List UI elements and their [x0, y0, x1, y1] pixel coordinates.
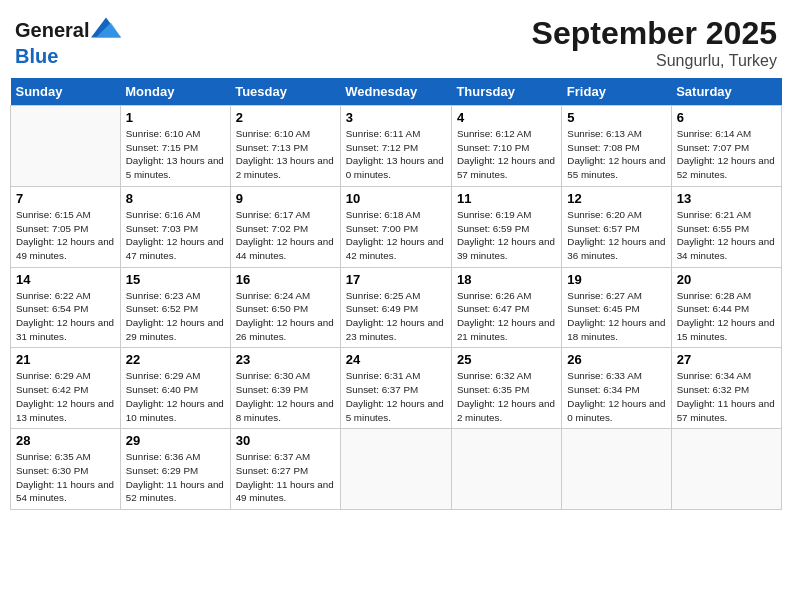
calendar-day-cell: 20Sunrise: 6:28 AMSunset: 6:44 PMDayligh… — [671, 267, 781, 348]
day-info: Sunrise: 6:16 AMSunset: 7:03 PMDaylight:… — [126, 208, 225, 263]
day-info: Sunrise: 6:32 AMSunset: 6:35 PMDaylight:… — [457, 369, 556, 424]
day-number: 2 — [236, 110, 335, 125]
calendar-day-cell: 4Sunrise: 6:12 AMSunset: 7:10 PMDaylight… — [451, 106, 561, 187]
calendar-day-cell — [671, 429, 781, 510]
calendar-day-cell: 12Sunrise: 6:20 AMSunset: 6:57 PMDayligh… — [562, 186, 671, 267]
logo: General Blue — [15, 15, 121, 67]
day-number: 4 — [457, 110, 556, 125]
calendar-day-cell — [340, 429, 451, 510]
day-number: 29 — [126, 433, 225, 448]
day-info: Sunrise: 6:33 AMSunset: 6:34 PMDaylight:… — [567, 369, 665, 424]
day-number: 17 — [346, 272, 446, 287]
day-number: 28 — [16, 433, 115, 448]
header: General Blue September 2025 Sungurlu, Tu… — [10, 10, 782, 70]
calendar-day-cell: 28Sunrise: 6:35 AMSunset: 6:30 PMDayligh… — [11, 429, 121, 510]
day-info: Sunrise: 6:22 AMSunset: 6:54 PMDaylight:… — [16, 289, 115, 344]
day-number: 5 — [567, 110, 665, 125]
day-number: 25 — [457, 352, 556, 367]
day-number: 7 — [16, 191, 115, 206]
day-of-week-header: Monday — [120, 78, 230, 106]
calendar-day-cell: 19Sunrise: 6:27 AMSunset: 6:45 PMDayligh… — [562, 267, 671, 348]
calendar-table: SundayMondayTuesdayWednesdayThursdayFrid… — [10, 78, 782, 510]
main-title: September 2025 — [532, 15, 777, 52]
day-number: 20 — [677, 272, 776, 287]
calendar-day-cell: 10Sunrise: 6:18 AMSunset: 7:00 PMDayligh… — [340, 186, 451, 267]
calendar-day-cell: 24Sunrise: 6:31 AMSunset: 6:37 PMDayligh… — [340, 348, 451, 429]
day-number: 10 — [346, 191, 446, 206]
day-info: Sunrise: 6:13 AMSunset: 7:08 PMDaylight:… — [567, 127, 665, 182]
day-info: Sunrise: 6:29 AMSunset: 6:42 PMDaylight:… — [16, 369, 115, 424]
day-info: Sunrise: 6:12 AMSunset: 7:10 PMDaylight:… — [457, 127, 556, 182]
calendar-day-cell: 16Sunrise: 6:24 AMSunset: 6:50 PMDayligh… — [230, 267, 340, 348]
calendar-day-cell: 17Sunrise: 6:25 AMSunset: 6:49 PMDayligh… — [340, 267, 451, 348]
day-of-week-header: Tuesday — [230, 78, 340, 106]
logo-text: General — [15, 19, 89, 41]
calendar-day-cell — [562, 429, 671, 510]
day-number: 1 — [126, 110, 225, 125]
calendar-day-cell: 1Sunrise: 6:10 AMSunset: 7:15 PMDaylight… — [120, 106, 230, 187]
day-info: Sunrise: 6:17 AMSunset: 7:02 PMDaylight:… — [236, 208, 335, 263]
day-number: 27 — [677, 352, 776, 367]
calendar-week-row: 1Sunrise: 6:10 AMSunset: 7:15 PMDaylight… — [11, 106, 782, 187]
day-info: Sunrise: 6:34 AMSunset: 6:32 PMDaylight:… — [677, 369, 776, 424]
calendar-day-cell: 21Sunrise: 6:29 AMSunset: 6:42 PMDayligh… — [11, 348, 121, 429]
day-info: Sunrise: 6:35 AMSunset: 6:30 PMDaylight:… — [16, 450, 115, 505]
day-number: 14 — [16, 272, 115, 287]
calendar-day-cell: 6Sunrise: 6:14 AMSunset: 7:07 PMDaylight… — [671, 106, 781, 187]
logo-blue-text: Blue — [15, 45, 121, 67]
day-number: 12 — [567, 191, 665, 206]
day-info: Sunrise: 6:10 AMSunset: 7:15 PMDaylight:… — [126, 127, 225, 182]
day-info: Sunrise: 6:25 AMSunset: 6:49 PMDaylight:… — [346, 289, 446, 344]
day-of-week-header: Sunday — [11, 78, 121, 106]
day-info: Sunrise: 6:30 AMSunset: 6:39 PMDaylight:… — [236, 369, 335, 424]
day-info: Sunrise: 6:15 AMSunset: 7:05 PMDaylight:… — [16, 208, 115, 263]
day-info: Sunrise: 6:26 AMSunset: 6:47 PMDaylight:… — [457, 289, 556, 344]
day-number: 13 — [677, 191, 776, 206]
day-of-week-header: Saturday — [671, 78, 781, 106]
calendar-week-row: 28Sunrise: 6:35 AMSunset: 6:30 PMDayligh… — [11, 429, 782, 510]
day-info: Sunrise: 6:19 AMSunset: 6:59 PMDaylight:… — [457, 208, 556, 263]
day-info: Sunrise: 6:24 AMSunset: 6:50 PMDaylight:… — [236, 289, 335, 344]
day-number: 9 — [236, 191, 335, 206]
day-number: 23 — [236, 352, 335, 367]
calendar-day-cell: 8Sunrise: 6:16 AMSunset: 7:03 PMDaylight… — [120, 186, 230, 267]
day-number: 22 — [126, 352, 225, 367]
calendar-day-cell: 14Sunrise: 6:22 AMSunset: 6:54 PMDayligh… — [11, 267, 121, 348]
calendar-header-row: SundayMondayTuesdayWednesdayThursdayFrid… — [11, 78, 782, 106]
calendar-day-cell: 5Sunrise: 6:13 AMSunset: 7:08 PMDaylight… — [562, 106, 671, 187]
day-number: 3 — [346, 110, 446, 125]
day-info: Sunrise: 6:23 AMSunset: 6:52 PMDaylight:… — [126, 289, 225, 344]
calendar-day-cell: 30Sunrise: 6:37 AMSunset: 6:27 PMDayligh… — [230, 429, 340, 510]
day-of-week-header: Thursday — [451, 78, 561, 106]
day-info: Sunrise: 6:37 AMSunset: 6:27 PMDaylight:… — [236, 450, 335, 505]
day-number: 6 — [677, 110, 776, 125]
calendar-day-cell: 27Sunrise: 6:34 AMSunset: 6:32 PMDayligh… — [671, 348, 781, 429]
logo-icon — [91, 15, 121, 45]
day-info: Sunrise: 6:31 AMSunset: 6:37 PMDaylight:… — [346, 369, 446, 424]
calendar-day-cell: 7Sunrise: 6:15 AMSunset: 7:05 PMDaylight… — [11, 186, 121, 267]
day-info: Sunrise: 6:20 AMSunset: 6:57 PMDaylight:… — [567, 208, 665, 263]
calendar-week-row: 7Sunrise: 6:15 AMSunset: 7:05 PMDaylight… — [11, 186, 782, 267]
calendar-day-cell: 3Sunrise: 6:11 AMSunset: 7:12 PMDaylight… — [340, 106, 451, 187]
day-of-week-header: Wednesday — [340, 78, 451, 106]
day-info: Sunrise: 6:18 AMSunset: 7:00 PMDaylight:… — [346, 208, 446, 263]
day-info: Sunrise: 6:21 AMSunset: 6:55 PMDaylight:… — [677, 208, 776, 263]
calendar-day-cell — [451, 429, 561, 510]
day-info: Sunrise: 6:28 AMSunset: 6:44 PMDaylight:… — [677, 289, 776, 344]
calendar-day-cell: 18Sunrise: 6:26 AMSunset: 6:47 PMDayligh… — [451, 267, 561, 348]
calendar-day-cell: 11Sunrise: 6:19 AMSunset: 6:59 PMDayligh… — [451, 186, 561, 267]
calendar-week-row: 14Sunrise: 6:22 AMSunset: 6:54 PMDayligh… — [11, 267, 782, 348]
calendar-day-cell: 15Sunrise: 6:23 AMSunset: 6:52 PMDayligh… — [120, 267, 230, 348]
title-area: September 2025 Sungurlu, Turkey — [532, 15, 777, 70]
day-number: 21 — [16, 352, 115, 367]
calendar-day-cell: 25Sunrise: 6:32 AMSunset: 6:35 PMDayligh… — [451, 348, 561, 429]
day-number: 16 — [236, 272, 335, 287]
day-info: Sunrise: 6:36 AMSunset: 6:29 PMDaylight:… — [126, 450, 225, 505]
day-info: Sunrise: 6:29 AMSunset: 6:40 PMDaylight:… — [126, 369, 225, 424]
day-number: 24 — [346, 352, 446, 367]
subtitle: Sungurlu, Turkey — [532, 52, 777, 70]
calendar-day-cell: 29Sunrise: 6:36 AMSunset: 6:29 PMDayligh… — [120, 429, 230, 510]
day-number: 15 — [126, 272, 225, 287]
calendar-day-cell: 22Sunrise: 6:29 AMSunset: 6:40 PMDayligh… — [120, 348, 230, 429]
calendar-week-row: 21Sunrise: 6:29 AMSunset: 6:42 PMDayligh… — [11, 348, 782, 429]
